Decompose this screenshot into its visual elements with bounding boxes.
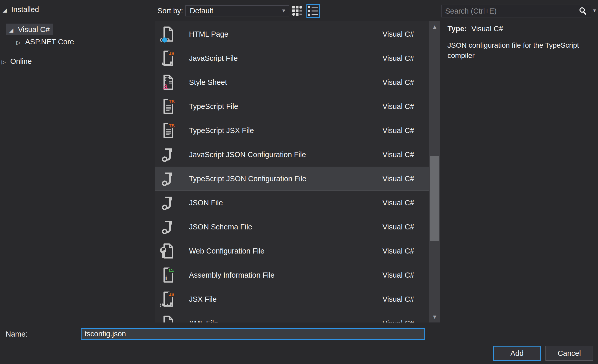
template-name: JSON File [189, 191, 223, 215]
json-config-icon [160, 194, 176, 211]
template-list: HTML PageVisual C#JSJavaScript FileVisua… [155, 21, 429, 322]
template-name: Style Sheet [189, 70, 227, 94]
sort-by-value: Default [186, 7, 282, 15]
grid-view-button[interactable] [291, 5, 304, 16]
template-list-item[interactable]: JSJavaScript FileVisual C# [155, 46, 429, 70]
web-config-icon [160, 242, 176, 260]
collapsed-triangle-icon[interactable]: ▷ [2, 56, 10, 68]
svg-text:i: i [165, 274, 167, 282]
template-name: JSX File [189, 287, 217, 311]
template-list-item[interactable]: Web Configuration FileVisual C# [155, 239, 429, 263]
template-language: Visual C# [382, 263, 414, 287]
template-details: Type:Visual C# JSON configuration file f… [447, 25, 598, 61]
json-config-icon [160, 146, 176, 163]
sort-by-dropdown[interactable]: Default ▼ [185, 5, 289, 16]
jsx-file-icon: JS [160, 290, 176, 308]
template-list-item[interactable]: HTML PageVisual C# [155, 22, 429, 46]
type-label: Type: [447, 25, 467, 33]
search-options-arrow-icon[interactable]: ▼ [593, 8, 596, 13]
template-language: Visual C# [382, 70, 414, 94]
chevron-down-icon: ▼ [282, 8, 289, 13]
template-list-item[interactable]: XML FileVisual C# [155, 311, 429, 322]
sidebar-item-installed[interactable]: ◢Installed [3, 4, 39, 15]
name-input[interactable] [81, 328, 425, 340]
template-name: TypeScript JSON Configuration File [189, 167, 306, 191]
sidebar-item-aspnet-core[interactable]: ▷ASP.NET Core [16, 36, 74, 48]
svg-text:C#: C# [169, 268, 175, 273]
add-new-item-dialog: ◢Installed◢Visual C#▷ASP.NET Core▷Online… [0, 0, 598, 364]
collapsed-triangle-icon[interactable]: ▷ [16, 37, 25, 48]
assembly-info-icon: iC# [160, 266, 176, 284]
template-name: JavaScript JSON Configuration File [189, 143, 306, 167]
sidebar-item-label: Visual C# [18, 25, 50, 34]
template-language: Visual C# [382, 191, 414, 215]
template-list-item[interactable]: AStyle SheetVisual C# [155, 70, 429, 94]
template-language: Visual C# [382, 143, 414, 167]
template-language: Visual C# [382, 94, 414, 118]
svg-text:JS: JS [169, 292, 174, 297]
svg-text:TS: TS [169, 123, 175, 128]
template-description: JSON configuration file for the TypeScri… [447, 40, 598, 61]
json-config-icon [160, 218, 176, 236]
json-config-icon [160, 170, 176, 187]
ts-file-icon: TS [160, 122, 176, 139]
style-sheet-icon: A [160, 74, 176, 91]
expanded-triangle-icon[interactable]: ◢ [9, 24, 18, 36]
js-file-icon: JS [160, 49, 176, 67]
template-language: Visual C# [382, 239, 414, 263]
template-name: JSON Schema File [189, 215, 252, 239]
svg-text:JS: JS [169, 51, 174, 56]
cancel-button[interactable]: Cancel [545, 346, 593, 361]
template-language: Visual C# [382, 46, 414, 70]
template-language: Visual C# [382, 22, 414, 46]
scrollbar[interactable]: ▲ ▼ [429, 21, 440, 322]
search-input[interactable] [442, 7, 579, 15]
template-name: Assembly Information File [189, 263, 275, 287]
list-view-button[interactable] [306, 4, 320, 18]
sidebar-item-label: ASP.NET Core [25, 38, 74, 46]
type-value: Visual C# [471, 25, 503, 33]
template-name: JavaScript File [189, 46, 238, 70]
sidebar-item-visual-csharp[interactable]: ◢Visual C# [6, 24, 53, 35]
template-name: TypeScript JSX File [189, 118, 254, 143]
add-button[interactable]: Add [493, 346, 541, 361]
xml-file-icon [160, 315, 176, 322]
template-list-item[interactable]: JSON FileVisual C# [155, 191, 429, 215]
html-page-icon [160, 25, 176, 43]
name-label: Name: [6, 329, 27, 339]
scroll-up-button[interactable]: ▲ [429, 22, 440, 32]
sidebar-item-online[interactable]: ▷Online [2, 55, 32, 67]
list-view-icon [308, 5, 318, 17]
template-list-item[interactable]: iC#Assembly Information FileVisual C# [155, 263, 429, 287]
template-language: Visual C# [382, 215, 414, 239]
sort-by-label: Sort by: [157, 5, 183, 16]
grid-view-icon [292, 6, 303, 16]
template-language: Visual C# [382, 167, 414, 191]
sidebar-item-label: Online [10, 57, 32, 65]
template-name: Web Configuration File [189, 239, 264, 263]
svg-text:TS: TS [169, 99, 175, 104]
template-name: HTML Page [189, 22, 228, 46]
scroll-thumb[interactable] [430, 156, 439, 241]
template-language: Visual C# [382, 311, 414, 322]
expanded-triangle-icon[interactable]: ◢ [3, 4, 11, 16]
magnifier-icon[interactable] [579, 7, 587, 15]
svg-text:A: A [163, 83, 167, 89]
scroll-down-button[interactable]: ▼ [429, 312, 440, 322]
template-list-item[interactable]: JSON Schema FileVisual C# [155, 215, 429, 239]
sidebar-item-label: Installed [11, 5, 39, 14]
template-list-item[interactable]: TSTypeScript FileVisual C# [155, 94, 429, 118]
template-name: XML File [189, 311, 218, 322]
template-language: Visual C# [382, 118, 414, 143]
template-language: Visual C# [382, 287, 414, 311]
template-list-item[interactable]: TypeScript JSON Configuration FileVisual… [155, 167, 429, 191]
template-list-item[interactable]: TSTypeScript JSX FileVisual C# [155, 118, 429, 143]
template-list-item[interactable]: JSJSX FileVisual C# [155, 287, 429, 311]
ts-file-icon: TS [160, 98, 176, 115]
search-box [441, 5, 591, 17]
template-list-item[interactable]: JavaScript JSON Configuration FileVisual… [155, 143, 429, 167]
template-name: TypeScript File [189, 94, 238, 118]
